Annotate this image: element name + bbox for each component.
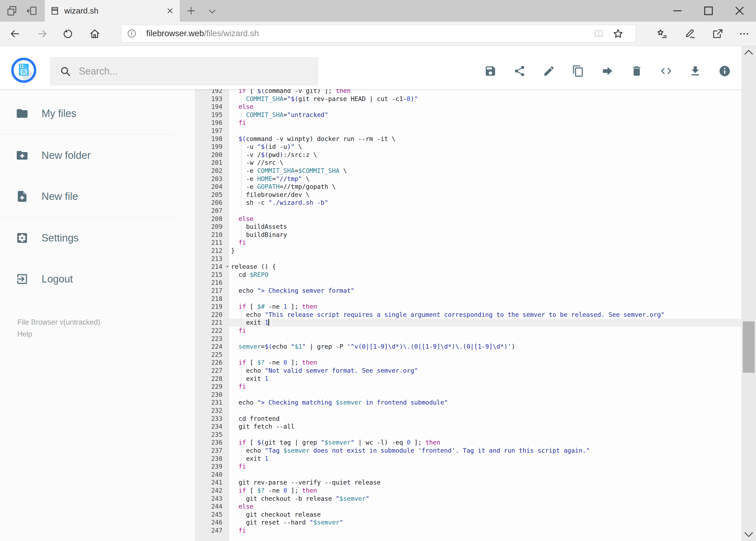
- code-line[interactable]: 203 -e HOME="//tmp" \: [195, 175, 741, 183]
- code-line-text[interactable]: fi: [229, 463, 741, 471]
- code-line-text[interactable]: if [ $(command -v git) ]; then: [229, 89, 741, 95]
- code-line-text[interactable]: [229, 407, 741, 415]
- share-page-icon[interactable]: [712, 28, 723, 39]
- code-line-text[interactable]: sh -c "./wizard.sh -b": [229, 199, 741, 207]
- code-line[interactable]: 194 else: [195, 103, 741, 111]
- code-line[interactable]: 202 -e COMMIT_SHA=$COMMIT_SHA \: [195, 167, 741, 175]
- code-line[interactable]: 247 fi: [195, 527, 741, 535]
- code-line-text[interactable]: git checkout -b release "$semver": [229, 495, 741, 503]
- info-button[interactable]: [718, 65, 731, 77]
- tab-list-chevron-icon[interactable]: [207, 6, 217, 16]
- code-line[interactable]: 243 git checkout -b release "$semver": [195, 495, 741, 503]
- code-line[interactable]: 234 git fetch --all: [195, 423, 741, 431]
- more-options-icon[interactable]: [738, 28, 750, 39]
- code-line[interactable]: 215 cd $REPO: [195, 271, 741, 279]
- code-line[interactable]: 241 git rev-parse --verify --quiet relea…: [195, 479, 741, 487]
- code-line[interactable]: 222 fi: [195, 327, 741, 335]
- code-line-text[interactable]: fi: [229, 327, 741, 335]
- code-line-text[interactable]: fi: [229, 119, 741, 127]
- close-window-button[interactable]: [729, 4, 750, 18]
- code-line[interactable]: 206 sh -c "./wizard.sh -b": [195, 199, 741, 207]
- minimize-button[interactable]: [667, 4, 688, 18]
- search-input[interactable]: [78, 65, 319, 77]
- sidebar-item-logout[interactable]: Logout: [0, 264, 195, 294]
- code-line[interactable]: 211 fi: [195, 239, 741, 247]
- code-line-text[interactable]: echo "> Checking matching $semver in fro…: [229, 399, 741, 407]
- code-line-text[interactable]: exit 1: [229, 319, 741, 327]
- sidebar-item-new-file[interactable]: New file: [0, 182, 195, 211]
- code-line[interactable]: 219 if [ $# -ne 1 ]; then: [195, 303, 741, 311]
- code-line[interactable]: 235: [195, 431, 741, 439]
- code-line[interactable]: 197: [195, 127, 741, 135]
- code-line[interactable]: 207: [195, 207, 741, 215]
- sidebar-item-my-files[interactable]: My files: [0, 99, 195, 128]
- share-button[interactable]: [513, 65, 526, 77]
- code-line[interactable]: 208 else: [195, 215, 741, 223]
- code-line[interactable]: 238 exit 1: [195, 455, 741, 463]
- code-line[interactable]: 198 $(command -v winpty) docker run --rm…: [195, 135, 741, 143]
- rename-button[interactable]: [543, 65, 555, 77]
- code-line[interactable]: 199 -u "$(id -u)" \: [195, 143, 741, 151]
- refresh-button[interactable]: [62, 28, 74, 39]
- code-line-text[interactable]: [229, 207, 741, 215]
- code-line[interactable]: 220 echo "This release script requires a…: [195, 311, 741, 319]
- move-button[interactable]: [601, 65, 614, 77]
- code-line-text[interactable]: -e COMMIT_SHA=$COMMIT_SHA \: [229, 167, 741, 175]
- home-button[interactable]: [89, 28, 101, 39]
- code-line[interactable]: 232: [195, 407, 741, 415]
- code-line[interactable]: 200 -v /$(pwd):/src:z \: [195, 151, 741, 159]
- set-tabs-aside-icon[interactable]: [26, 5, 38, 17]
- search-box[interactable]: [50, 57, 319, 86]
- code-line-text[interactable]: git checkout release: [229, 511, 741, 519]
- code-line-text[interactable]: -w //src \: [229, 159, 741, 167]
- code-line[interactable]: 233 cd frontend: [195, 415, 741, 423]
- sidebar-item-settings[interactable]: Settings: [0, 223, 195, 253]
- code-line[interactable]: 224 semver=$(echo "$1" | grep -P '^v(0|[…: [195, 343, 741, 351]
- code-line-text[interactable]: -e GOPATH=//tmp/gopath \: [229, 183, 741, 191]
- code-line-text[interactable]: [229, 351, 741, 359]
- code-line[interactable]: 196 fi: [195, 119, 741, 127]
- code-line[interactable]: 195 COMMIT_SHA="untracked": [195, 111, 741, 119]
- tab-preview-icon[interactable]: [6, 5, 18, 17]
- code-line[interactable]: 216: [195, 279, 741, 287]
- reading-view-icon[interactable]: [594, 29, 604, 39]
- code-line[interactable]: 223: [195, 335, 741, 343]
- close-tab-icon[interactable]: [166, 6, 174, 15]
- code-line[interactable]: 214▾release () {: [195, 263, 741, 271]
- code-line-text[interactable]: cd frontend: [229, 415, 741, 423]
- code-line[interactable]: 239 fi: [195, 463, 741, 471]
- code-line[interactable]: 236 if [ $(git tag | grep "$semver" | wc…: [195, 439, 741, 447]
- code-line-text[interactable]: [229, 471, 741, 479]
- code-line[interactable]: 205 filebrowser/dev \: [195, 191, 741, 199]
- code-line-text[interactable]: buildAssets: [229, 223, 741, 231]
- code-line-text[interactable]: if [ $? -ne 0 ]; then: [229, 359, 741, 367]
- code-line[interactable]: 242 if [ $? -ne 0 ]; then: [195, 487, 741, 495]
- site-info-icon[interactable]: [126, 28, 137, 39]
- code-line-text[interactable]: [229, 295, 741, 303]
- code-line-text[interactable]: echo "> Checking semver format": [229, 287, 741, 295]
- code-line-text[interactable]: [229, 431, 741, 439]
- code-line[interactable]: 226 if [ $? -ne 0 ]; then: [195, 359, 741, 367]
- code-line-text[interactable]: git rev-parse --verify --quiet release: [229, 479, 741, 487]
- browser-tab[interactable]: wizard.sh: [45, 0, 180, 22]
- code-line[interactable]: 221 exit 1: [195, 319, 741, 327]
- code-line[interactable]: 212}: [195, 247, 741, 255]
- code-line-text[interactable]: exit 1: [229, 455, 741, 463]
- code-line-text[interactable]: if [ $# -ne 1 ]; then: [229, 303, 741, 311]
- scroll-down-icon[interactable]: [741, 527, 756, 541]
- code-line-text[interactable]: -e HOME="//tmp" \: [229, 175, 741, 183]
- hub-favorites-icon[interactable]: [656, 28, 668, 39]
- code-line-text[interactable]: echo "Not valid semver format. See semve…: [229, 367, 741, 375]
- code-line-text[interactable]: fi: [229, 239, 741, 247]
- sidebar-item-new-folder[interactable]: New folder: [0, 141, 195, 170]
- help-link[interactable]: Help: [17, 330, 32, 338]
- fold-arrow-icon[interactable]: ▾: [226, 263, 229, 270]
- code-line-text[interactable]: echo "This release script requires a sin…: [229, 311, 741, 319]
- code-line-text[interactable]: [229, 255, 741, 263]
- code-line[interactable]: 228 exit 1: [195, 375, 741, 383]
- code-line[interactable]: 240: [195, 471, 741, 479]
- code-line[interactable]: 209 buildAssets: [195, 223, 741, 231]
- code-line-text[interactable]: else: [229, 215, 741, 223]
- code-line-text[interactable]: git reset --hard "$semver": [229, 519, 741, 527]
- code-line-text[interactable]: [229, 335, 741, 343]
